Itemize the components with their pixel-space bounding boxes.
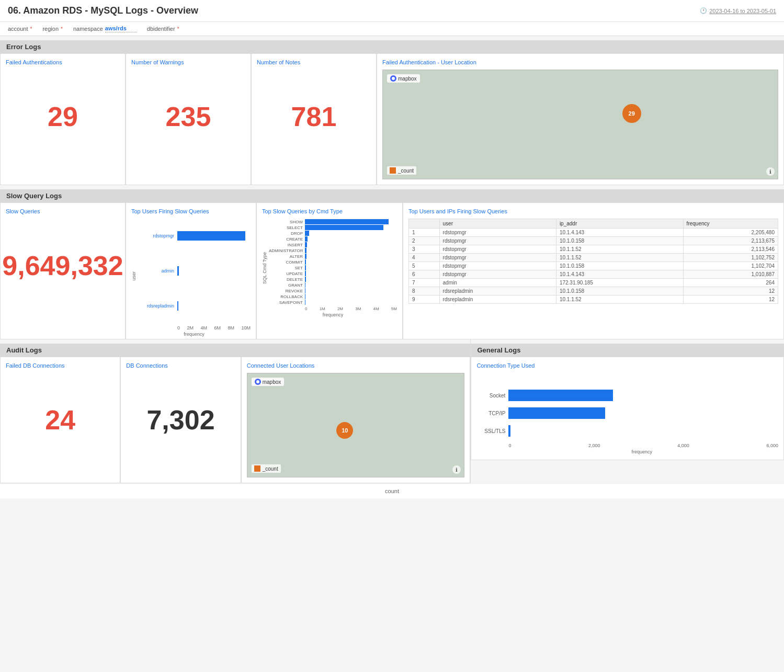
account-label: account <box>8 26 28 32</box>
slow-query-panels: Slow Queries 9,649,332 Top Users Firing … <box>0 202 784 339</box>
bar-label-2: admin <box>138 268 174 274</box>
top-users-slow-chart: user rdstopmgr admin rdsrepladmin <box>131 219 251 334</box>
failed-auth-value: 29 <box>6 70 120 164</box>
cell-freq: 2,205,480 <box>683 229 778 237</box>
db-connections-panel: DB Connections 7,302 <box>120 357 241 483</box>
cmd-alter: ALTER <box>269 254 397 259</box>
bar-fill-1 <box>177 231 245 241</box>
slow-queries-value: 9,649,332 <box>6 219 120 313</box>
table-row: 5 rdstopmgr 10.1.0.158 1,102,704 <box>409 262 778 270</box>
cell-ip: 172.31.90.185 <box>556 279 683 287</box>
cmd-update: UPDATE <box>269 271 397 276</box>
cell-ip: 10.1.1.52 <box>556 245 683 254</box>
audit-map-legend: _count <box>252 464 281 473</box>
failed-auth-title: Failed Authentications <box>6 59 120 65</box>
failed-db-value: 24 <box>6 373 115 467</box>
cell-ip: 10.1.0.158 <box>556 262 683 270</box>
error-map: mapbox 29 _count ℹ <box>382 70 778 179</box>
audit-legend-label: _count <box>263 466 278 472</box>
dbidentifier-label: dbidentifier <box>147 26 175 32</box>
failed-db-panel: Failed DB Connections 24 <box>0 357 120 483</box>
bottom-bar: count <box>0 483 784 498</box>
cell-freq: 12 <box>683 287 778 295</box>
table-row: 6 rdstopmgr 10.1.4.143 1,010,887 <box>409 270 778 279</box>
filter-dbidentifier[interactable]: dbidentifier * <box>147 26 179 32</box>
audit-map-title: Connected User Locations <box>247 362 465 369</box>
audit-map-info-icon[interactable]: ℹ <box>452 465 461 474</box>
general-logs-header: General Logs <box>471 344 784 357</box>
cmd-set: SET <box>269 265 397 270</box>
bar-fill-3 <box>177 301 178 311</box>
cmd-savepoint: SAVEPOINT <box>269 300 397 305</box>
slow-queries-title: Slow Queries <box>6 208 120 214</box>
table-row: 9 rdsrepladmin 10.1.1.52 12 <box>409 295 778 304</box>
table-row: 2 rdstopmgr 10.1.0.158 2,113,675 <box>409 237 778 245</box>
table-row: 7 admin 172.31.90.185 264 <box>409 279 778 287</box>
svg-point-3 <box>256 380 259 383</box>
general-logs-section: General Logs Connection Type Used Socket… <box>470 339 784 483</box>
cell-user: rdstopmgr <box>439 254 556 262</box>
account-asterisk: * <box>30 26 32 32</box>
error-map-panel: Failed Authentication - User Location ma… <box>377 53 784 185</box>
users-x-axis-title: frequency <box>138 332 251 337</box>
cell-user: rdstopmgr <box>439 237 556 245</box>
top-users-ips-title: Top Users and IPs Firing Slow Queries <box>408 208 778 214</box>
audit-general-section: Audit Logs Failed DB Connections 24 DB C… <box>0 339 784 483</box>
cmd-show: SHOW <box>269 219 397 224</box>
namespace-label: namespace <box>73 26 103 32</box>
cell-freq: 1,102,704 <box>683 262 778 270</box>
page-header: 06. Amazon RDS - MySQL Logs - Overview 🕐… <box>0 0 784 22</box>
audit-legend-swatch <box>254 465 260 472</box>
date-range-value[interactable]: 2023-04-16 to 2023-05-01 <box>709 8 776 14</box>
dbidentifier-asterisk: * <box>177 26 179 32</box>
audit-map-dot-value: 10 <box>342 427 348 434</box>
cell-freq: 12 <box>683 295 778 304</box>
col-num <box>409 219 440 229</box>
cell-user: rdsrepladmin <box>439 295 556 304</box>
cell-ip: 10.1.1.52 <box>556 254 683 262</box>
error-map-title: Failed Authentication - User Location <box>382 59 778 65</box>
error-map-dot: 29 <box>622 104 641 123</box>
warnings-value: 235 <box>131 70 245 164</box>
error-map-legend: _count <box>387 166 416 175</box>
date-range: 🕐 2023-04-16 to 2023-05-01 <box>700 7 776 14</box>
bar-row-rdstopmgr: rdstopmgr <box>138 231 251 241</box>
failed-db-title: Failed DB Connections <box>6 362 115 369</box>
top-users-slow-title: Top Users Firing Slow Queries <box>131 208 251 214</box>
audit-map: mapbox 10 _count ℹ <box>247 373 465 477</box>
cmd-admin: ADMINISTRATOR <box>269 248 397 253</box>
cell-num: 1 <box>409 229 440 237</box>
cell-ip: 10.1.0.158 <box>556 287 683 295</box>
cmd-rollback: ROLLBACK <box>269 294 397 299</box>
audit-logs-section: Audit Logs Failed DB Connections 24 DB C… <box>0 339 470 483</box>
cell-num: 7 <box>409 279 440 287</box>
cell-user: rdsrepladmin <box>439 287 556 295</box>
slow-queries-panel: Slow Queries 9,649,332 <box>0 202 126 339</box>
top-cmd-panel: Top Slow Queries by Cmd Type SQL Cmd Typ… <box>256 202 403 339</box>
col-user: user <box>439 219 556 229</box>
conn-tcp: TCP/IP <box>476 407 778 419</box>
cell-ip: 10.1.0.158 <box>556 237 683 245</box>
error-map-dot-value: 29 <box>629 110 635 117</box>
table-row: 4 rdstopmgr 10.1.1.52 1,102,752 <box>409 254 778 262</box>
cell-num: 2 <box>409 237 440 245</box>
users-ips-table: user ip_addr frequency 1 rdstopmgr 10.1.… <box>408 219 778 304</box>
audit-logs-header: Audit Logs <box>0 344 470 357</box>
map-info-icon[interactable]: ℹ <box>766 167 775 176</box>
filter-account[interactable]: account * <box>8 26 32 32</box>
filter-namespace[interactable]: namespace aws/rds <box>73 25 137 32</box>
clock-icon: 🕐 <box>700 7 707 14</box>
cmd-grant: GRANT <box>269 282 397 288</box>
cell-ip: 10.1.1.52 <box>556 295 683 304</box>
region-label: region <box>42 26 59 32</box>
bar-row-admin: admin <box>138 266 251 276</box>
conn-type-title: Connection Type Used <box>476 362 778 369</box>
notes-value: 781 <box>257 70 371 164</box>
bottom-count-label: count <box>385 488 399 494</box>
conn-x-axis: 02,0004,0006,000 <box>476 443 778 448</box>
cell-user: rdstopmgr <box>439 270 556 279</box>
bar-label-3: rdsrepladmin <box>138 303 174 309</box>
filter-region[interactable]: region * <box>42 26 62 32</box>
error-logs-panels: Failed Authentications 29 Number of Warn… <box>0 53 784 185</box>
bar-fill-2 <box>177 266 179 276</box>
